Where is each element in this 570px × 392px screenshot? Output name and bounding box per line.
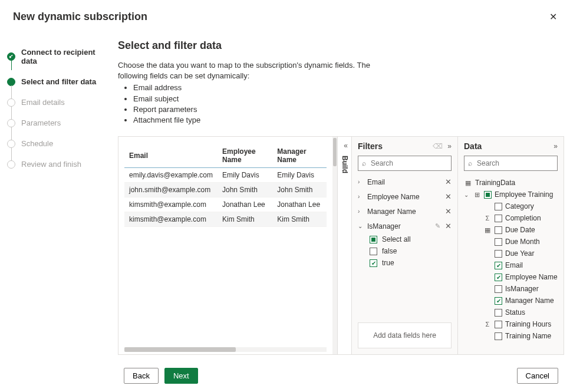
filter-item[interactable]: ⌄IsManager✎✕: [352, 219, 457, 233]
step-schedule[interactable]: Schedule: [7, 133, 112, 154]
build-tab[interactable]: « Build: [337, 137, 351, 354]
chevron-down-icon[interactable]: ⌄: [464, 192, 470, 198]
field-item[interactable]: Manager Name: [464, 295, 558, 307]
eraser-icon[interactable]: ⌫: [433, 142, 443, 150]
table-row[interactable]: kimsmith@example.comJonathan LeeJonathan…: [124, 197, 327, 212]
chevron-right-icon[interactable]: ›: [358, 179, 364, 185]
field-checkbox[interactable]: [495, 238, 502, 246]
table-row[interactable]: john.smith@example.comJohn SmithJohn Smi…: [124, 183, 327, 197]
data-title: Data: [464, 141, 482, 151]
filters-panel: Filters ⌫ » ⌕ ›Email✕›Employee Name✕›Man…: [351, 137, 457, 354]
page-title: Select and filter data: [118, 39, 564, 52]
collapse-left-icon[interactable]: «: [344, 141, 345, 150]
filter-item[interactable]: ›Manager Name✕: [352, 204, 457, 219]
vertical-scrollbar[interactable]: [332, 137, 337, 354]
calendar-icon: ▦: [483, 226, 492, 234]
dataset-node[interactable]: ▦ TrainingData: [464, 177, 558, 189]
data-panel: Data » ⌕ ▦ TrainingData ⌄ ⊞: [457, 137, 564, 354]
sigma-icon: Σ: [483, 321, 492, 328]
next-button[interactable]: Next: [164, 368, 198, 384]
data-preview-table: Email Employee Name Manager Name emily.d…: [118, 137, 332, 354]
table-icon: ⊞: [473, 191, 481, 199]
close-icon[interactable]: ✕: [549, 11, 557, 22]
field-item[interactable]: Category: [464, 200, 558, 212]
checkbox[interactable]: [370, 259, 377, 267]
field-checkbox[interactable]: [495, 262, 502, 269]
dialog-title: New dynamic subscription: [13, 11, 147, 23]
edit-icon[interactable]: ✎: [435, 222, 440, 230]
remove-icon[interactable]: ✕: [445, 177, 452, 186]
table-checkbox[interactable]: [484, 191, 492, 199]
expand-right-icon[interactable]: »: [447, 142, 452, 150]
sigma-icon: Σ: [483, 215, 492, 222]
step-email[interactable]: Email details: [7, 92, 112, 113]
field-checkbox[interactable]: [495, 226, 502, 234]
back-button[interactable]: Back: [124, 368, 159, 384]
filter-option[interactable]: true: [352, 257, 457, 269]
field-checkbox[interactable]: [495, 309, 502, 317]
field-checkbox[interactable]: [495, 332, 502, 340]
expand-right-icon[interactable]: »: [553, 142, 558, 150]
wizard-steps: ✔ Connect to recipient data Select and f…: [6, 34, 112, 355]
dot-icon: [7, 98, 15, 107]
step-parameters[interactable]: Parameters: [7, 113, 112, 133]
dot-icon: [7, 119, 15, 127]
field-checkbox[interactable]: [495, 274, 502, 281]
field-item[interactable]: Due Year: [464, 248, 558, 259]
col-email[interactable]: Email: [124, 144, 218, 168]
field-checkbox[interactable]: [495, 285, 502, 293]
dot-icon: [7, 140, 15, 148]
checkbox[interactable]: [370, 248, 377, 255]
field-checkbox[interactable]: [495, 203, 502, 210]
data-search-input[interactable]: [476, 159, 566, 168]
horizontal-scrollbar[interactable]: [124, 347, 327, 352]
field-item[interactable]: Employee Name: [464, 271, 558, 283]
remove-icon[interactable]: ✕: [445, 222, 452, 230]
step-review[interactable]: Review and finish: [7, 154, 112, 174]
dot-icon: [7, 78, 15, 86]
step-connect[interactable]: ✔ Connect to recipient data: [7, 42, 112, 71]
field-item[interactable]: ΣCompletion: [464, 212, 558, 224]
page-description: Choose the data you want to map to the s…: [118, 60, 377, 126]
step-select[interactable]: Select and filter data: [7, 71, 112, 92]
remove-icon[interactable]: ✕: [445, 207, 452, 216]
field-checkbox[interactable]: [495, 297, 502, 305]
field-item[interactable]: Due Month: [464, 236, 558, 248]
table-node[interactable]: ⌄ ⊞ Employee Training: [464, 189, 558, 200]
field-item[interactable]: Status: [464, 307, 558, 318]
filters-dropzone[interactable]: Add data fields here: [358, 322, 452, 348]
field-item[interactable]: IsManager: [464, 283, 558, 295]
col-manager-name[interactable]: Manager Name: [272, 144, 327, 168]
field-checkbox[interactable]: [495, 321, 502, 328]
table-row[interactable]: kimsmith@example.comKim SmithKim Smith: [124, 212, 327, 227]
field-item[interactable]: Email: [464, 259, 558, 271]
table-row[interactable]: emily.davis@example.comEmily DavisEmily …: [124, 168, 327, 183]
chevron-right-icon[interactable]: ›: [358, 193, 364, 200]
filter-option[interactable]: Select all: [352, 233, 457, 245]
field-item[interactable]: ▦Due Date: [464, 224, 558, 236]
field-item[interactable]: Training Name: [464, 330, 558, 342]
field-item[interactable]: ΣTraining Hours: [464, 318, 558, 330]
field-checkbox[interactable]: [495, 215, 502, 222]
col-employee-name[interactable]: Employee Name: [218, 144, 272, 168]
search-icon: ⌕: [362, 159, 366, 167]
filters-search[interactable]: ⌕: [358, 156, 452, 171]
filter-option[interactable]: false: [352, 245, 457, 257]
cancel-button[interactable]: Cancel: [517, 368, 558, 384]
data-search[interactable]: ⌕: [464, 156, 558, 171]
search-icon: ⌕: [468, 159, 472, 167]
field-checkbox[interactable]: [495, 250, 502, 258]
filters-search-input[interactable]: [370, 159, 460, 168]
filter-item[interactable]: ›Employee Name✕: [352, 189, 457, 204]
chevron-right-icon[interactable]: ›: [358, 208, 364, 215]
remove-icon[interactable]: ✕: [445, 192, 452, 201]
filters-title: Filters: [358, 141, 383, 151]
filter-item[interactable]: ›Email✕: [352, 174, 457, 189]
checkbox[interactable]: [370, 236, 377, 243]
dot-icon: [7, 160, 15, 169]
chevron-down-icon[interactable]: ⌄: [358, 223, 364, 229]
dataset-icon: ▦: [464, 179, 472, 187]
